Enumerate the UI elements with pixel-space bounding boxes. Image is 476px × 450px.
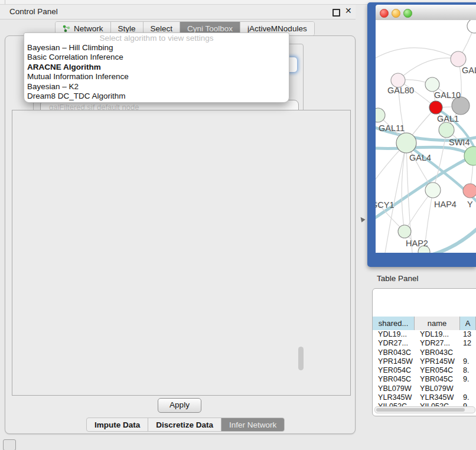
algorithm-dropdown-popup: Select algorithm to view settings Bayesi… — [24, 32, 289, 103]
table-cell: YPR145W — [373, 357, 415, 366]
network-edge[interactable] — [376, 48, 458, 61]
tab-discretize-data[interactable]: Discretize Data — [148, 418, 221, 431]
table-cell: YER054C — [415, 366, 460, 375]
table-cell: YDR27... — [415, 339, 460, 348]
table-row[interactable]: YER054CYER054C8. — [373, 366, 476, 375]
table-cell: 8. — [460, 366, 476, 375]
network-node-label: GAL1 — [437, 114, 459, 123]
close-icon[interactable]: ✕ — [345, 6, 352, 15]
tab-infer-network[interactable]: Infer Network — [221, 418, 284, 431]
network-node-label: HAP2 — [406, 239, 428, 248]
network-node[interactable] — [429, 101, 442, 114]
application-window: Control Panel ✕ Network Style Select Cyn… — [0, 0, 476, 450]
table-cell: YDR27... — [373, 339, 415, 348]
table-horizontal-scrollbar[interactable] — [374, 406, 475, 413]
table-cell: 13 — [460, 330, 476, 339]
collapsed-panel-button[interactable] — [3, 439, 16, 450]
algorithm-option[interactable]: Bayesian – Hill Climbing — [24, 43, 289, 53]
tab-label: Cyni Toolbox — [187, 24, 233, 33]
table-cell: 9. — [460, 375, 476, 384]
table-row[interactable]: YBR045CYBR045C9. — [373, 375, 476, 384]
table-cell: YER054C — [373, 366, 415, 375]
attributes-list-scrollbar[interactable] — [298, 347, 304, 370]
table-cell — [460, 384, 476, 393]
column-header-shared-name[interactable]: shared... — [373, 317, 415, 330]
tab-label: Style — [118, 24, 136, 33]
table-cell: YLR345W — [373, 393, 415, 402]
control-panel-titlebar: Control Panel ✕ — [0, 5, 356, 19]
network-node[interactable] — [467, 20, 476, 33]
table-cell: 12 — [460, 339, 476, 348]
divider — [5, 0, 5, 4]
algorithm-option-list: Bayesian – Hill ClimbingBasic Correlatio… — [24, 43, 289, 101]
network-node-label: GAL11 — [379, 123, 405, 133]
network-node[interactable] — [451, 51, 466, 67]
network-node[interactable] — [425, 77, 439, 92]
table-cell: YDL19... — [415, 330, 460, 339]
network-node-label: GAL4 — [409, 153, 431, 162]
table-row[interactable]: YDL19...YDL19...13 — [373, 330, 476, 339]
control-panel-title: Control Panel — [9, 7, 58, 16]
column-header-partial[interactable]: A — [460, 317, 476, 330]
float-window-icon[interactable] — [332, 9, 340, 17]
table-row[interactable]: YDR27...YDR27...12 — [373, 339, 476, 348]
table-header-row: shared... name A — [373, 317, 476, 331]
tab-label: Network — [74, 24, 103, 33]
network-node-label: GCY1 — [376, 200, 395, 210]
network-node-label: GAL10 — [434, 90, 461, 100]
bottom-tabbar: Impute Data Discretize Data Infer Networ… — [86, 418, 285, 432]
scrollbar-thumb[interactable] — [376, 408, 465, 412]
table-cell: YDL19... — [373, 330, 415, 339]
algorithm-option[interactable]: Basic Correlation Inference — [24, 53, 289, 62]
table-row[interactable]: YLR345WYLR345W9. — [373, 393, 476, 402]
algorithm-option[interactable]: Bayesian – K2 — [24, 82, 289, 92]
mouse-cursor — [358, 216, 365, 222]
table-cell: YBR043C — [373, 348, 415, 357]
apply-button[interactable]: Apply — [158, 398, 201, 413]
table-row[interactable]: YBL079WYBL079W — [373, 384, 476, 393]
network-node-label: HAP4 — [434, 200, 457, 209]
table-cell: YLR345W — [415, 393, 460, 402]
network-window-titlebar[interactable] — [376, 5, 476, 21]
table-panel-title: Table Panel — [377, 274, 419, 283]
table-cell: YBL079W — [415, 384, 460, 393]
algorithm-option[interactable]: Dream8 DC_TDC Algorithm — [24, 92, 289, 101]
zoom-traffic-light[interactable] — [403, 9, 412, 18]
network-node-label: Y — [467, 200, 473, 209]
network-node[interactable] — [425, 182, 441, 198]
algorithm-option[interactable]: ARACNE Algorithm — [24, 63, 289, 72]
close-traffic-light[interactable] — [380, 9, 389, 18]
table-body: YDL19...YDL19...13YDR27...YDR27...12YBR0… — [373, 330, 476, 407]
network-tab-icon — [63, 25, 70, 32]
network-node[interactable] — [439, 122, 454, 138]
tab-impute-data[interactable]: Impute Data — [87, 418, 148, 431]
tab-label: jActiveMNodules — [247, 24, 307, 33]
table-row[interactable]: YPR145WYPR145W9. — [373, 357, 476, 366]
table-cell: YBR045C — [415, 375, 460, 384]
network-node[interactable] — [396, 133, 416, 153]
table-cell: YBR045C — [373, 375, 415, 384]
column-header-name[interactable]: name — [415, 317, 460, 330]
dropdown-placeholder: Select algorithm to view settings — [24, 33, 289, 43]
network-node-label: SWI4 — [449, 138, 470, 147]
table-cell: YBL079W — [373, 384, 415, 393]
table-row[interactable]: YBR043CYBR043C — [373, 348, 476, 357]
network-node[interactable] — [464, 146, 476, 165]
network-edge[interactable] — [402, 143, 406, 231]
network-node[interactable] — [463, 184, 476, 198]
table-cell: 9. — [460, 393, 476, 402]
table-toolbar: ⚙ ✓ ✓ — [372, 294, 476, 314]
network-node-label: GAL80 — [387, 86, 414, 95]
tab-label: Select — [151, 24, 173, 33]
minimize-traffic-light[interactable] — [392, 9, 400, 18]
table-cell: YBR043C — [415, 348, 460, 357]
table-cell: 9. — [460, 357, 476, 366]
network-node[interactable] — [398, 225, 411, 238]
network-node-label: GAL — [462, 66, 476, 75]
table-cell: YPR145W — [415, 357, 460, 366]
network-canvas[interactable]: GALGAL80GAL10GAL1GAL11SWI4GAL4GCY1HAP4YH… — [376, 20, 476, 253]
network-edge[interactable] — [398, 58, 458, 80]
algorithm-option[interactable]: Mutual Information Inference — [24, 72, 289, 81]
table-cell — [460, 348, 476, 357]
